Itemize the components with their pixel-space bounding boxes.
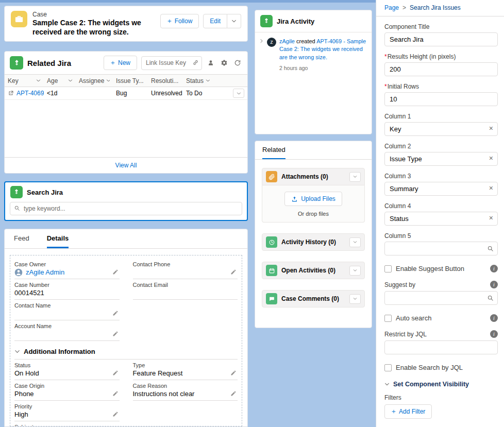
attachments-drop-zone[interactable]: Upload Files Or drop files (262, 185, 365, 223)
new-issue-button[interactable]: New (104, 56, 137, 70)
column-4-input[interactable] (384, 212, 498, 226)
edit-pencil-icon[interactable] (230, 390, 237, 397)
clear-icon[interactable]: × (489, 155, 493, 162)
edit-pencil-icon[interactable] (112, 411, 119, 417)
clear-icon[interactable]: × (489, 125, 493, 132)
refresh-icon (234, 59, 241, 66)
upload-files-button[interactable]: Upload Files (284, 192, 342, 206)
tab-feed[interactable]: Feed (14, 229, 29, 248)
breadcrumb-current: Search Jira Issues (410, 4, 461, 11)
expand-chevron-icon[interactable] (259, 39, 264, 72)
info-icon[interactable]: i (490, 265, 498, 272)
column-header-resolution[interactable]: Resoluti... (148, 75, 183, 87)
activity-history-icon (266, 236, 277, 248)
field-case-reason: Case Reason Instructions not clear (133, 380, 238, 401)
attachments-dropdown-button[interactable] (349, 172, 361, 182)
row-actions-button[interactable] (233, 89, 244, 98)
table-row[interactable]: APT-4069 <1d Bug Unresolved To Do (5, 87, 247, 100)
column-header-assignee[interactable]: Assignee (76, 75, 113, 87)
activity-history-header[interactable]: Activity History (0) (262, 233, 365, 251)
info-icon[interactable]: i (490, 281, 498, 288)
column-header-status[interactable]: Status (183, 75, 213, 87)
auto-search-checkbox[interactable] (384, 315, 392, 322)
follow-button[interactable]: Follow (160, 14, 199, 28)
edit-pencil-icon[interactable] (230, 370, 237, 376)
column-header-issue-type[interactable]: Issue Ty... (113, 75, 148, 87)
edit-pencil-icon[interactable] (112, 310, 119, 316)
open-activities-dropdown-button[interactable] (349, 266, 361, 276)
related-tab-bar: Related (255, 141, 372, 160)
results-height-input[interactable] (384, 62, 498, 76)
results-height-field: *Results Height (in pixels) (384, 53, 498, 76)
jira-icon (10, 186, 23, 198)
breadcrumb: Page > Search Jira Issues (376, 4, 504, 16)
activity-user-link[interactable]: zAgile (279, 38, 295, 44)
auto-search-row: Auto search i (384, 314, 498, 322)
assign-user-button[interactable] (206, 58, 215, 67)
component-title-input[interactable] (384, 32, 498, 46)
field-label: Type (133, 362, 229, 368)
set-component-visibility-toggle[interactable]: Set Component Visibility (384, 381, 498, 388)
open-activities-header[interactable]: Open Activities (0) (262, 262, 365, 279)
link-icon[interactable] (192, 59, 199, 66)
case-comments-dropdown-button[interactable] (349, 294, 361, 304)
field-label: Contact Email (133, 282, 229, 288)
edit-pencil-icon[interactable] (112, 390, 119, 397)
column-2-input[interactable] (384, 152, 498, 166)
restrict-jql-input[interactable] (384, 340, 498, 354)
attachments-header[interactable]: Attachments (0) (262, 168, 365, 185)
restrict-jql-field (384, 340, 498, 354)
case-actions-dropdown-button[interactable] (227, 14, 241, 28)
search-jira-panel-selected[interactable]: Search Jira (4, 181, 248, 221)
issue-key-link[interactable]: APT-4069 (16, 90, 44, 97)
canvas-side-region: Jira Activity z zAgile created APT-4069 … (255, 6, 372, 427)
owner-avatar (14, 268, 23, 277)
restrict-jql-row: Restrict by JQL i (384, 330, 498, 338)
case-comments-header[interactable]: Case Comments (0) (262, 290, 365, 308)
tab-related[interactable]: Related (262, 141, 285, 159)
breadcrumb-page-link[interactable]: Page (384, 4, 399, 11)
initial-rows-input[interactable] (384, 92, 498, 106)
edit-button[interactable]: Edit (203, 14, 227, 28)
field-case-origin: Case Origin Phone (14, 380, 120, 401)
activity-history-dropdown-button[interactable] (349, 237, 361, 247)
edit-pencil-icon[interactable] (112, 370, 119, 376)
clear-icon[interactable]: × (489, 184, 493, 192)
column-5-field: Column 5 (384, 232, 498, 255)
attachments-icon (266, 171, 277, 182)
edit-pencil-icon[interactable] (230, 269, 237, 275)
case-comments-related-list: Case Comments (0) (262, 290, 365, 308)
activity-verb: created (296, 38, 315, 44)
column-3-input[interactable] (384, 182, 498, 196)
required-asterisk: * (384, 53, 387, 60)
column-header-key[interactable]: Key (5, 75, 44, 87)
case-owner-link[interactable]: zAgile Admin (26, 268, 64, 277)
launch-icon[interactable] (8, 90, 14, 96)
enable-suggest-checkbox[interactable] (384, 265, 392, 272)
suggest-by-field (384, 291, 498, 305)
settings-gear-button[interactable] (220, 58, 229, 67)
additional-information-header[interactable]: Additional Information (14, 348, 238, 360)
chevron-down-icon (106, 78, 110, 83)
search-keyword-input[interactable] (10, 202, 242, 215)
column-header-age[interactable]: Age (44, 75, 76, 87)
enable-search-jql-checkbox[interactable] (384, 364, 392, 371)
column-4-field: Column 4 × (384, 202, 498, 226)
view-all-link[interactable]: View All (115, 162, 137, 169)
column-1-input[interactable] (384, 122, 498, 136)
column-5-input[interactable] (384, 242, 498, 255)
clear-icon[interactable]: × (489, 214, 493, 221)
tab-details[interactable]: Details (47, 229, 69, 248)
edit-pencil-icon[interactable] (112, 331, 119, 337)
activity-history-title: Activity History (0) (281, 238, 336, 246)
add-filter-button[interactable]: Add Filter (384, 404, 432, 419)
edit-button-group: Edit (203, 14, 241, 28)
info-icon[interactable]: i (490, 314, 498, 322)
field-label: Case Origin (14, 383, 110, 389)
edit-pencil-icon[interactable] (112, 269, 119, 275)
suggest-by-input[interactable] (384, 291, 498, 305)
info-icon[interactable]: i (490, 330, 498, 338)
related-jira-title: Related Jira (27, 59, 71, 67)
field-case-owner: Case Owner zAgile Admin (14, 259, 120, 279)
refresh-button[interactable] (233, 58, 242, 67)
